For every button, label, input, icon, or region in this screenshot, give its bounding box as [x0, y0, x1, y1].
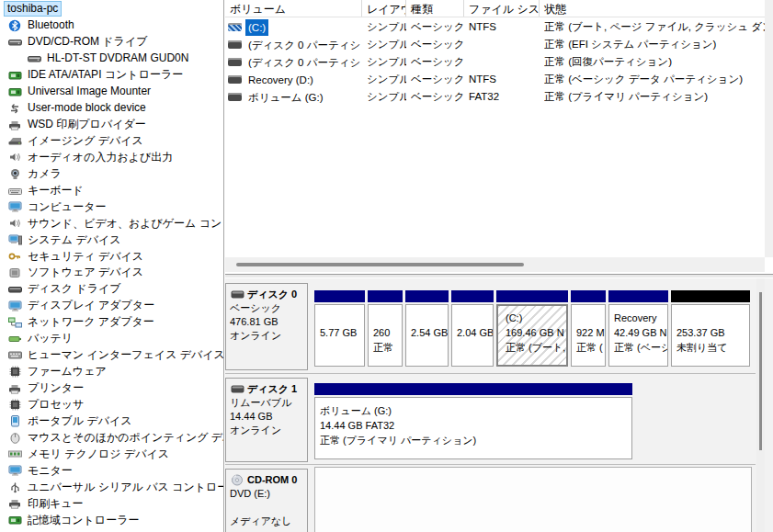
disk-info-cell[interactable]: ディスク 0ベーシック476.81 GBオンライン — [225, 283, 308, 370]
volume-list-rows: (C:)シンプルベーシックNTFS正常 (ブート, ページ ファイル, クラッシ… — [225, 18, 765, 106]
partition[interactable]: 253.37 GB未割り当て — [671, 290, 750, 367]
partition[interactable]: (C:)169.46 GB N正常 (ブート, — [496, 290, 568, 367]
partition-color-band — [368, 290, 403, 302]
vertical-scrollbar[interactable] — [765, 0, 773, 257]
tree-item[interactable]: プロセッサ — [0, 397, 223, 413]
volume-cell: ボリューム (G:) — [225, 88, 362, 106]
tree-item[interactable]: toshiba-pc — [0, 1, 223, 17]
tree-item-label: User-mode block device — [25, 101, 149, 115]
volume-cell: (C:) — [225, 18, 362, 36]
column-header-3[interactable]: ファイル システム — [464, 0, 540, 17]
tree-item[interactable]: モニター — [0, 462, 223, 479]
volume-row[interactable]: Recovery (D:)シンプルベーシックNTFS正常 (ベーシック データ … — [225, 71, 765, 88]
partition-box[interactable]: Recovery42.49 GB N正常 (ベーシ — [608, 304, 668, 367]
partition-box[interactable]: 260正常 — [368, 304, 403, 367]
tree-item-label: ソフトウェア デバイス — [25, 266, 146, 279]
tree-item[interactable]: WSD 印刷プロバイダー — [0, 117, 223, 133]
tree-item[interactable]: ヒューマン インターフェイス デバイス — [0, 347, 223, 364]
partition-line: 正常 (ベーシ — [614, 341, 667, 356]
block-device-icon — [7, 102, 22, 115]
volume-row[interactable]: (ディスク 0 パーティション 7)シンプルベーシック正常 (回復パーティション… — [225, 53, 765, 71]
partition-color-band — [314, 290, 365, 302]
partition[interactable]: 2.54 GB — [405, 290, 449, 367]
disk-icon — [230, 288, 244, 300]
pane-divider[interactable] — [223, 0, 224, 532]
column-header-1[interactable]: レイアウト — [362, 0, 406, 17]
tree-item[interactable]: ネットワーク アダプター — [0, 314, 223, 331]
disk-pane-scrollbar-thumb[interactable] — [759, 292, 762, 450]
partition-line: 14.44 GB FAT32 — [320, 419, 631, 434]
tree-item[interactable]: キーボード — [0, 182, 223, 198]
tree-item[interactable]: ディスク ドライブ — [0, 281, 223, 298]
partition[interactable]: ボリューム (G:)14.44 GB FAT32正常 (プライマリ パーティショ… — [314, 383, 632, 459]
portable-device-icon — [7, 414, 22, 427]
tree-item[interactable]: マウスとそのほかのポインティング デバイス — [0, 429, 223, 446]
partition[interactable]: 2.04 GB — [451, 290, 494, 367]
tree-item-label: メモリ テクノロジ デバイス — [25, 447, 172, 461]
partition-box[interactable]: 5.77 GB — [314, 304, 365, 367]
volume-cell: (ディスク 0 パーティション 2) — [225, 36, 362, 53]
tree-item[interactable]: Universal Image Mounter — [0, 84, 223, 100]
partition-box[interactable]: 922 M正常 ( — [571, 304, 606, 367]
tree-item[interactable]: プリンター — [0, 380, 223, 397]
volume-row[interactable]: ボリューム (G:)シンプルベーシックFAT32正常 (プライマリ パーティショ… — [225, 88, 765, 106]
tree-item[interactable]: Bluetooth — [0, 17, 223, 34]
partition-box[interactable]: ボリューム (G:)14.44 GB FAT32正常 (プライマリ パーティショ… — [314, 397, 632, 459]
tree-item[interactable]: 印刷キュー — [0, 495, 223, 512]
partition-box[interactable]: 2.04 GB — [451, 304, 494, 367]
volume-icon — [228, 93, 242, 101]
tree-item[interactable]: ポータブル デバイス — [0, 413, 223, 429]
fs-cell: FAT32 — [469, 88, 540, 106]
partition[interactable]: 922 M正常 ( — [571, 290, 606, 367]
tree-item[interactable]: メモリ テクノロジ デバイス — [0, 446, 223, 462]
volume-row[interactable]: (C:)シンプルベーシックNTFS正常 (ブート, ページ ファイル, クラッシ… — [225, 18, 765, 36]
system-device-icon — [7, 233, 22, 246]
column-header-2[interactable]: 種類 — [406, 0, 464, 17]
partition-box[interactable]: 2.54 GB — [405, 304, 449, 367]
partition-line — [373, 311, 402, 326]
tree-item[interactable]: セキュリティ デバイス — [0, 248, 223, 265]
disk-pane-scrollbar[interactable] — [756, 278, 765, 532]
tree-item-label: Bluetooth — [25, 18, 77, 32]
tree-item[interactable]: オーディオの入力および出力 — [0, 149, 223, 165]
disk-drive-icon — [7, 283, 22, 296]
tree-item-label: ファームウェア — [25, 365, 109, 379]
tree-item[interactable]: HL-DT-ST DVDRAM GUD0N — [0, 51, 223, 67]
mounter-card-icon — [7, 85, 22, 98]
tree-item[interactable]: ディスプレイ アダプター — [0, 298, 223, 314]
tree-item[interactable]: カメラ — [0, 165, 223, 182]
partition[interactable]: Recovery42.49 GB N正常 (ベーシ — [608, 290, 668, 367]
column-header-0[interactable]: ボリューム — [225, 0, 362, 17]
tree-item[interactable]: DVD/CD-ROM ドライブ — [0, 34, 223, 51]
device-tree-pane: toshiba-pcBluetoothDVD/CD-ROM ドライブHL-DT-… — [0, 0, 223, 532]
tree-item[interactable]: バッテリ — [0, 331, 223, 347]
tree-item[interactable]: サウンド、ビデオ、およびゲーム コントローラー — [0, 215, 223, 232]
tree-item[interactable]: イメージング デバイス — [0, 133, 223, 150]
tree-item[interactable]: User-mode block device — [0, 100, 223, 117]
partition[interactable]: 5.77 GB — [314, 290, 365, 367]
tree-item[interactable]: ファームウェア — [0, 364, 223, 380]
partition-line: 922 M — [576, 326, 605, 341]
tree-item[interactable]: IDE ATA/ATAPI コントローラー — [0, 67, 223, 84]
partition-line — [457, 311, 493, 326]
horizontal-scrollbar[interactable] — [225, 257, 765, 272]
status-cell: 正常 (ベーシック データ パーティション) — [544, 71, 765, 88]
volume-row[interactable]: (ディスク 0 パーティション 2)シンプルベーシック正常 (EFI システム … — [225, 36, 765, 53]
column-header-4[interactable]: 状態 — [540, 0, 765, 17]
partition-line: 253.37 GB — [676, 326, 749, 341]
disk-info-cell[interactable]: CD-ROM 0DVD (E:)メディアなし — [225, 469, 308, 532]
disk-info-cell[interactable]: ディスク 1リムーバブル14.44 GBオンライン — [225, 378, 308, 462]
tree-item-label: コンピューター — [25, 200, 108, 214]
tree-item[interactable]: 記憶域コントローラー — [0, 512, 223, 528]
horizontal-scrollbar-thumb[interactable] — [236, 263, 524, 266]
tree-item[interactable]: ソフトウェア デバイス — [0, 265, 223, 281]
partition-box[interactable]: (C:)169.46 GB N正常 (ブート, — [496, 304, 568, 367]
partition[interactable]: 260正常 — [368, 290, 403, 367]
tree-item[interactable]: コンピューター — [0, 198, 223, 215]
tree-item[interactable]: システム デバイス — [0, 232, 223, 248]
disk-info-line: 476.81 GB — [230, 315, 305, 329]
tree-item[interactable]: ユニバーサル シリアル バス コントローラー — [0, 479, 223, 495]
memory-tech-icon — [7, 447, 22, 460]
partition-color-band — [451, 290, 494, 302]
partition-box[interactable]: 253.37 GB未割り当て — [671, 304, 750, 367]
